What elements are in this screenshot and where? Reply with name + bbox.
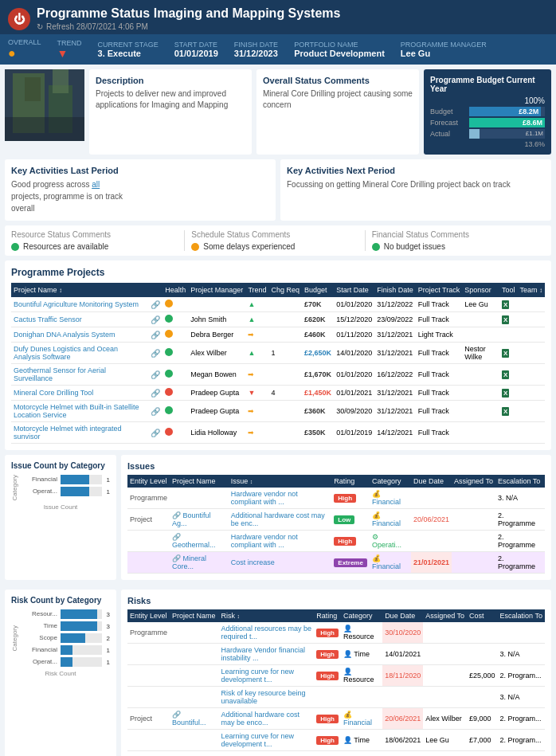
budget-cell: £1,670K <box>302 364 334 386</box>
health-cell <box>162 422 188 444</box>
link-cell: 🔗 <box>148 312 162 327</box>
col-manager[interactable]: Project Manager <box>188 283 245 297</box>
sponsor-cell <box>462 312 499 327</box>
finish-cell: 31/12/2021 <box>374 386 416 401</box>
start-cell: 01/01/2020 <box>334 297 374 312</box>
risk-col-rating[interactable]: Rating <box>314 609 341 622</box>
chgreq-cell <box>269 401 303 422</box>
col-track[interactable]: Project Track <box>416 283 463 297</box>
projects-table: Project Name ↕ Health Project Manager Tr… <box>11 283 545 444</box>
risks-box: Risks Entity Level Project Name Risk ↕ R… <box>121 590 551 756</box>
risk-col-project[interactable]: Project Name <box>170 609 218 622</box>
logo-icon: ⏻ <box>14 13 25 25</box>
budget-cell: £620K <box>302 312 334 327</box>
health-cell <box>162 327 188 343</box>
issues-col-rating[interactable]: Rating <box>331 475 370 488</box>
col-budget[interactable]: Budget <box>302 283 334 297</box>
description-box: Description Projects to deliver new and … <box>89 69 252 155</box>
risk-bar-chart: Resour... 3 Time 3 Scope <box>22 609 110 667</box>
chgreq-cell <box>269 422 303 444</box>
trend-cell: ▲ <box>245 297 268 312</box>
tool-cell: X <box>499 297 518 312</box>
page-title: Programme Status Imaging and Mapping Sys… <box>37 6 340 21</box>
link-cell: 🔗 <box>148 343 162 364</box>
issue-bar-chart: Financial 1 Operat... 1 <box>22 475 110 500</box>
overall-status: Overall ● <box>8 38 41 61</box>
resource-dot <box>11 243 19 251</box>
budget-cell: £1,450K <box>302 386 334 401</box>
start-cell: 01/01/2019 <box>334 422 374 444</box>
bottom-panels-2: Risk Count by Category Category Resour..… <box>5 590 551 756</box>
chgreq-cell <box>269 327 303 343</box>
col-team[interactable]: Team ↕ <box>517 283 545 297</box>
header: ⏻ Programme Status Imaging and Mapping S… <box>0 0 556 34</box>
risk-col-risk[interactable]: Risk ↕ <box>218 609 314 622</box>
risk-col-level[interactable]: Entity Level <box>127 609 170 622</box>
financial-dot <box>372 243 380 251</box>
refresh-info: ↻ Refresh 28/07/2021 4:06 PM <box>37 22 340 31</box>
start-cell: 30/09/2020 <box>334 401 374 422</box>
programme-manager: Programme Manager Lee Gu <box>401 41 487 58</box>
sponsor-cell: Nestor Wilke <box>462 343 499 364</box>
col-chg[interactable]: Chg Req <box>269 283 303 297</box>
col-health[interactable]: Health <box>162 283 188 297</box>
risk-col-assigned[interactable]: Assigned To <box>423 609 467 622</box>
link-cell: 🔗 <box>148 401 162 422</box>
team-cell <box>517 364 545 386</box>
risk-row: Risk of key resource being unavailable 3… <box>127 687 545 708</box>
start-cell: 01/01/2020 <box>334 364 374 386</box>
key-activities-last-text: Good progress across all projects, progr… <box>11 178 269 214</box>
col-start[interactable]: Start Date <box>334 283 374 297</box>
table-row: Motorcycle Helmet with Built-in Satellit… <box>11 401 545 422</box>
chart-y-label: Category <box>11 475 18 500</box>
manager-cell: Lidia Holloway <box>188 422 245 444</box>
col-tool[interactable]: Tool <box>499 283 518 297</box>
forecast-fill: £8.6M <box>469 118 545 127</box>
bottom-panels-1: Issue Count by Category Category Financi… <box>5 455 551 585</box>
risk-col-category[interactable]: Category <box>341 609 382 622</box>
status-comments-title: Overall Status Comments <box>263 76 413 85</box>
resource-comment: Resource Status Comments Resources are a… <box>11 230 184 251</box>
col-sponsor[interactable]: Sponsor <box>462 283 499 297</box>
tool-cell <box>499 327 518 343</box>
bar-financial: Financial 1 <box>22 475 110 484</box>
tool-cell <box>499 422 518 444</box>
col-project-name[interactable]: Project Name ↕ <box>11 283 148 297</box>
bar-resource: Resour... 3 <box>22 609 110 619</box>
issues-col-project[interactable]: Project Name <box>170 475 229 488</box>
start-date: Start Date 01/01/2019 <box>174 41 218 58</box>
forecast-track: £8.6M <box>469 118 545 127</box>
issues-col-due[interactable]: Due Date <box>411 475 452 488</box>
chgreq-cell <box>269 364 303 386</box>
finish-cell: 23/09/2022 <box>374 312 416 327</box>
issues-col-issue[interactable]: Issue ↕ <box>229 475 332 488</box>
actual-track: £1.1M <box>469 129 545 139</box>
start-cell: 01/01/2021 <box>334 386 374 401</box>
track-cell: Full Track <box>416 422 463 444</box>
finish-cell: 31/12/2021 <box>374 401 416 422</box>
link-cell: 🔗 <box>148 327 162 343</box>
budget-box: Programme Budget Current Year 100% Budge… <box>424 69 551 155</box>
issue-row: 🔗 Mineral Core... Cost increase Extreme … <box>127 552 545 574</box>
team-cell <box>517 312 545 327</box>
manager-cell: Debra Berger <box>188 327 245 343</box>
issues-col-level[interactable]: Entity Level <box>127 475 170 488</box>
issues-table: Entity Level Project Name Issue ↕ Rating… <box>127 475 545 574</box>
status-comments-text: Mineral Core Drilling project causing so… <box>263 88 413 111</box>
track-cell: Full Track <box>416 312 463 327</box>
issues-col-category[interactable]: Category <box>370 475 411 488</box>
svg-rect-2 <box>25 77 41 101</box>
risk-col-cost[interactable]: Cost <box>467 609 498 622</box>
tool-cell: X <box>499 343 518 364</box>
col-finish[interactable]: Finish Date <box>374 283 416 297</box>
issues-col-escalation[interactable]: Escalation To <box>495 475 545 488</box>
projects-section: Programme Projects Project Name ↕ Health… <box>5 260 551 450</box>
chgreq-cell <box>269 312 303 327</box>
risk-col-due[interactable]: Due Date <box>382 609 423 622</box>
manager-cell: Megan Bowen <box>188 364 245 386</box>
risk-col-escalation[interactable]: Escalation To <box>498 609 545 622</box>
issues-col-assigned[interactable]: Assigned To <box>452 475 495 488</box>
forecast-row: Forecast £8.6M <box>430 118 545 127</box>
issue-chart-inner: Category Financial 1 Operat... <box>11 475 110 500</box>
col-trend[interactable]: Trend <box>245 283 268 297</box>
